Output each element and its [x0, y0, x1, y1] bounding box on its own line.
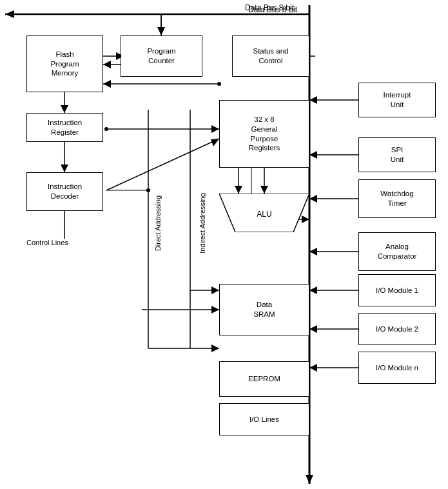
spi-unit-block: SPIUnit: [358, 137, 436, 172]
eeprom-block: EEPROM: [219, 361, 309, 397]
svg-marker-53: [211, 344, 219, 352]
interrupt-unit-block: InterruptUnit: [358, 83, 436, 117]
svg-marker-29: [211, 306, 219, 314]
svg-marker-42: [309, 195, 317, 203]
svg-line-16: [106, 139, 219, 190]
svg-point-59: [217, 82, 221, 86]
indirect-addressing-label: Indirect Addressing: [199, 193, 206, 254]
svg-marker-5: [157, 27, 165, 35]
flash-block: FlashProgramMemory: [26, 35, 103, 92]
instruction-decoder-block: InstructionDecoder: [26, 172, 103, 211]
status-control-block: Status andControl: [232, 35, 309, 77]
instruction-register-block: InstructionRegister: [26, 113, 103, 142]
data-bus-label: Data Bus 8-bit: [248, 5, 297, 14]
io-module1-block: I/O Module 1: [358, 274, 436, 306]
svg-point-55: [146, 188, 150, 192]
watchdog-timer-block: WatchdogTimer: [358, 179, 436, 218]
program-counter-block: ProgramCounter: [121, 35, 202, 77]
svg-text:ALU: ALU: [257, 210, 271, 219]
avr-architecture-diagram: Data Bus 8-bit FlashProgramMemory Progra…: [0, 0, 448, 489]
svg-marker-15: [61, 165, 68, 172]
svg-marker-46: [309, 286, 317, 294]
svg-marker-19: [211, 125, 219, 133]
io-lines-block: I/O Lines: [219, 403, 309, 435]
io-module2-block: I/O Module 2: [358, 313, 436, 345]
analog-comparator-block: AnalogComparator: [358, 232, 436, 271]
svg-marker-17: [211, 139, 219, 146]
direct-addressing-label: Direct Addressing: [154, 195, 162, 251]
control-lines-label: Control Lines: [26, 239, 68, 246]
svg-marker-9: [103, 61, 111, 68]
svg-marker-22: [235, 186, 242, 194]
io-modulen-block: I/O Module n: [358, 352, 436, 384]
alu-block: ALU: [219, 194, 309, 232]
svg-marker-58: [211, 286, 219, 294]
svg-marker-40: [309, 151, 317, 159]
svg-marker-37: [309, 96, 317, 104]
svg-point-60: [104, 127, 108, 131]
data-sram-block: DataSRAM: [219, 284, 309, 335]
gp-registers-block: 32 x 8GeneralPurposeRegisters: [219, 100, 309, 168]
svg-marker-44: [309, 248, 317, 255]
svg-marker-24: [260, 186, 268, 194]
svg-marker-50: [309, 364, 317, 372]
svg-marker-1: [306, 475, 313, 484]
svg-marker-48: [309, 325, 317, 333]
svg-marker-3: [5, 10, 14, 18]
svg-marker-13: [103, 80, 111, 88]
svg-marker-11: [61, 105, 68, 113]
